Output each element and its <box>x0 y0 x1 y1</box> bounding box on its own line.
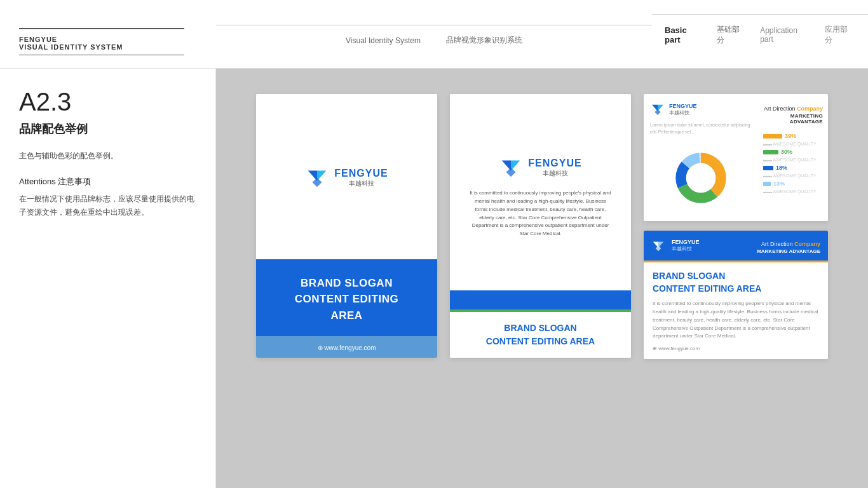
brand-name: FENGYUE <box>19 36 197 43</box>
legend-desc-3: ▬▬ AWESOME QUALITY <box>763 173 823 178</box>
card2-top: FENGYUE 丰越科技 It is committed to continuo… <box>450 94 631 290</box>
card2-body-text: It is committed to continuously improvin… <box>463 189 618 238</box>
center-nav: Visual Identity System 品牌视觉形象识别系统 <box>216 25 652 55</box>
header-left: FENGYUE VISUAL IDENTITY SYSTEM <box>0 0 216 68</box>
legend-pct-2: 30% <box>781 149 792 155</box>
legend-desc-2: ▬▬ AWESOME QUALITY <box>763 158 823 162</box>
header-right: Basic part 基础部分 Application part 应用部分 <box>652 0 868 68</box>
card-right-column: FENGYUE 丰越科技 Lorem ipsum dolor sit amet,… <box>644 94 828 359</box>
nav-app-cn[interactable]: 应用部分 <box>825 24 855 46</box>
card1-brand-en: FENGYUE 丰越科技 <box>334 168 388 188</box>
card4-logo-icon <box>651 239 665 253</box>
card4-brand-en: FENGYUE <box>672 239 700 245</box>
legend-item-2: 30% <box>763 149 823 155</box>
legend-bar-1 <box>763 134 782 139</box>
card4-header-right: Art Direction Company MARKETING ADVANTAG… <box>757 237 820 254</box>
attention-title: Attentions 注意事项 <box>19 176 196 187</box>
bottom-line <box>19 55 184 56</box>
nav-vis-cn[interactable]: 品牌视觉形象识别系统 <box>446 35 522 46</box>
card1-top: FENGYUE 丰越科技 <box>256 94 437 259</box>
svg-marker-8 <box>654 109 661 115</box>
card3-art-text: Art Direction <box>764 105 797 112</box>
card4-brand-cn: 丰越科技 <box>672 245 700 252</box>
card4-website: ⊕ www.fengyue.com <box>653 346 819 351</box>
fengyue-logo-icon <box>305 166 329 190</box>
attention-desc: 在一般情况下使用品牌标志，应该尽量使用提供的电子资源文件，避免在重绘中出现误差。 <box>19 193 196 220</box>
card4-company-text: Company <box>794 241 820 247</box>
header-center: Visual Identity System 品牌视觉形象识别系统 <box>216 0 652 68</box>
card4-marketing-text: MARKETING ADVANTAGE <box>757 248 820 254</box>
card1-logo: FENGYUE 丰越科技 <box>305 166 388 190</box>
card4-logo-area: FENGYUE 丰越科技 <box>651 239 700 253</box>
svg-marker-5 <box>506 168 516 177</box>
card-4: FENGYUE 丰越科技 Art Direction Company MARKE… <box>644 231 828 359</box>
card3-brand-cn: 丰越科技 <box>669 109 697 116</box>
card3-company-text: Company <box>797 105 823 112</box>
card-3: FENGYUE 丰越科技 Lorem ipsum dolor sit amet,… <box>644 94 828 221</box>
card2-logo-icon <box>499 156 523 180</box>
svg-marker-2 <box>313 178 322 187</box>
legend-desc-1: ▬▬ AWESOME QUALITY <box>763 142 823 146</box>
card3-marketing-text: MARKETING ADVANTAGE <box>763 113 823 125</box>
main-container: A2.3 品牌配色举例 主色与辅助色彩的配色举例。 Attentions 注意事… <box>0 69 868 488</box>
card1-slogan: BRAND SLOGAN CONTENT EDITING AREA <box>295 275 398 324</box>
legend-desc-4: ▬▬ AWESOME QUALITY <box>763 189 823 194</box>
card3-body-text: Lorem ipsum dolor sit amet, consectetur … <box>650 122 752 135</box>
legend-item-4: 13% <box>763 180 823 187</box>
card2-blue-band <box>450 290 631 309</box>
card4-body-text: It is committed to continuously improvin… <box>653 300 819 341</box>
card-2: FENGYUE 丰越科技 It is committed to continuo… <box>450 94 631 358</box>
legend-bar-3 <box>763 166 773 170</box>
card2-logo: FENGYUE 丰越科技 <box>499 156 581 180</box>
card4-slogan: BRAND SLOGAN CONTENT EDITING AREA <box>653 270 819 295</box>
card4-body: BRAND SLOGAN CONTENT EDITING AREA It is … <box>644 262 828 359</box>
card3-header: FENGYUE 丰越科技 <box>650 102 752 117</box>
top-line <box>19 28 184 29</box>
header: FENGYUE VISUAL IDENTITY SYSTEM Visual Id… <box>0 0 868 69</box>
donut-chart <box>672 149 729 207</box>
card4-header: FENGYUE 丰越科技 Art Direction Company MARKE… <box>644 231 828 261</box>
card1-footer: ⊕ www.fengyue.com <box>256 336 437 358</box>
card2-bottom: BRAND SLOGAN CONTENT EDITING AREA <box>450 312 631 358</box>
card3-brand-en: FENGYUE <box>669 103 697 109</box>
card3-logo-icon <box>650 102 665 117</box>
card3-left: FENGYUE 丰越科技 Lorem ipsum dolor sit amet,… <box>644 94 758 221</box>
sidebar: A2.3 品牌配色举例 主色与辅助色彩的配色举例。 Attentions 注意事… <box>0 69 216 488</box>
section-number: A2.3 <box>19 88 196 116</box>
legend-item-3: 18% <box>763 165 823 171</box>
right-nav: Basic part 基础部分 Application part 应用部分 <box>652 15 868 55</box>
nav-basic-cn[interactable]: 基础部分 <box>717 24 747 46</box>
card2-slogan: BRAND SLOGAN CONTENT EDITING AREA <box>486 322 595 348</box>
section-title: 品牌配色举例 <box>19 121 196 137</box>
legend-bar-4 <box>763 182 771 186</box>
legend-pct-3: 18% <box>776 165 787 171</box>
nav-app-en[interactable]: Application part <box>760 26 812 44</box>
card-1: FENGYUE 丰越科技 BRAND SLOGAN CONTENT EDITIN… <box>256 94 437 358</box>
legend-item-1: 39% <box>763 133 823 139</box>
section-desc: 主色与辅助色彩的配色举例。 <box>19 149 196 163</box>
svg-marker-17 <box>656 246 661 251</box>
content-area: FENGYUE 丰越科技 BRAND SLOGAN CONTENT EDITIN… <box>216 69 868 488</box>
card1-blue-section: BRAND SLOGAN CONTENT EDITING AREA <box>256 259 437 337</box>
legend-bar-2 <box>763 150 778 154</box>
nav-vis-en[interactable]: Visual Identity System <box>346 36 421 45</box>
nav-basic-en[interactable]: Basic part <box>665 25 704 44</box>
legend-pct-4: 13% <box>773 180 785 187</box>
card4-art-text: Art Direction <box>761 241 794 247</box>
card1-website: ⊕ www.fengyue.com <box>318 344 376 351</box>
card2-brand-text: FENGYUE 丰越科技 <box>528 158 581 178</box>
svg-point-14 <box>688 165 714 191</box>
legend-pct-1: 39% <box>785 133 796 139</box>
brand-subtitle: VISUAL IDENTITY SYSTEM <box>19 43 197 51</box>
card3-right: Art Direction Company MARKETING ADVANTAG… <box>758 94 828 221</box>
